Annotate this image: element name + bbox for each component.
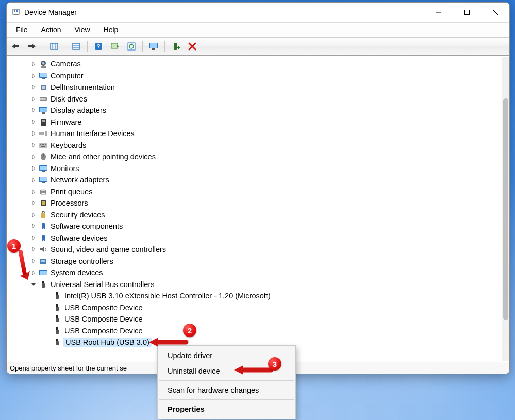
svg-rect-99: [42, 281, 44, 283]
svg-marker-35: [32, 74, 35, 78]
chevron-right-icon[interactable]: [30, 83, 37, 91]
svg-marker-42: [32, 97, 35, 101]
tree-item-label: Disk drives: [49, 94, 89, 104]
printer-icon: [38, 187, 48, 197]
toolbar-add-device[interactable]: [169, 40, 182, 53]
toolbar-back[interactable]: [9, 40, 22, 53]
tree-category[interactable]: Universal Serial Bus controllers: [12, 279, 500, 291]
svg-rect-62: [41, 146, 45, 147]
tree-category[interactable]: Software components: [12, 221, 500, 232]
tree-category[interactable]: Disk drives: [12, 93, 500, 105]
scrollbar-thumb[interactable]: [503, 98, 508, 320]
vertical-scrollbar[interactable]: [502, 57, 509, 361]
tree-device[interactable]: Intel(R) USB 3.10 eXtensible Host Contro…: [12, 290, 500, 302]
chevron-right-icon[interactable]: [30, 107, 37, 114]
tree-category[interactable]: Network adapters: [12, 174, 500, 186]
tree-device[interactable]: USB Composite Device: [12, 313, 500, 325]
chevron-right-icon[interactable]: [30, 199, 37, 207]
camera-icon: [38, 59, 48, 69]
toolbar-scan[interactable]: [108, 40, 122, 53]
tree-category[interactable]: Keyboards: [12, 140, 500, 152]
context-menu-item[interactable]: Properties: [158, 401, 295, 417]
titlebar[interactable]: Device Manager: [7, 3, 509, 23]
svg-rect-37: [40, 73, 47, 77]
tree-item-label: Display adapters: [49, 106, 108, 115]
toolbar-help[interactable]: ?: [92, 40, 105, 53]
tree-device[interactable]: USB Composite Device: [12, 325, 500, 337]
tree-category[interactable]: DellInstrumentation: [12, 81, 500, 93]
svg-marker-9: [28, 44, 36, 49]
tree-category[interactable]: Processors: [12, 197, 500, 209]
audio-icon: [38, 244, 48, 255]
chevron-right-icon[interactable]: [30, 246, 37, 253]
chevron-right-icon[interactable]: [30, 223, 37, 230]
minimize-button[interactable]: [424, 3, 453, 22]
toolbar-forward[interactable]: [25, 40, 39, 53]
tree-category[interactable]: Storage controllers: [12, 256, 500, 267]
chevron-right-icon[interactable]: [30, 130, 37, 137]
chevron-right-icon[interactable]: [30, 269, 37, 276]
svg-marker-50: [32, 120, 35, 124]
tree-category[interactable]: Firmware: [12, 116, 500, 128]
toolbar-monitor[interactable]: [147, 40, 160, 53]
chevron-right-icon[interactable]: [30, 165, 37, 172]
chevron-right-icon[interactable]: [30, 234, 37, 242]
svg-rect-38: [42, 78, 45, 79]
chevron-right-icon[interactable]: [30, 142, 37, 149]
tree-category[interactable]: Security devices: [12, 209, 500, 221]
menu-action[interactable]: Action: [35, 24, 68, 36]
chevron-right-icon[interactable]: [30, 95, 37, 103]
tree-category[interactable]: Display adapters: [12, 105, 500, 116]
svg-rect-100: [42, 283, 45, 288]
tree-category[interactable]: Mice and other pointing devices: [12, 151, 500, 163]
close-button[interactable]: [481, 3, 509, 22]
toolbar-properties[interactable]: [70, 40, 83, 53]
software-icon: [38, 221, 48, 231]
svg-rect-69: [42, 171, 45, 172]
svg-rect-77: [41, 193, 45, 195]
tree-item-label: Print queues: [49, 187, 94, 196]
device-tree[interactable]: CamerasComputerDellInstrumentationDisk d…: [12, 58, 500, 360]
menu-view[interactable]: View: [68, 24, 96, 36]
chevron-right-icon[interactable]: [30, 258, 37, 265]
svg-rect-2: [14, 10, 15, 12]
tree-category[interactable]: Sound, video and game controllers: [12, 244, 500, 256]
tree-device[interactable]: USB Composite Device: [12, 302, 500, 314]
toolbar-show-hidden[interactable]: [47, 40, 61, 53]
svg-marker-46: [32, 108, 35, 112]
chevron-right-icon[interactable]: [30, 72, 37, 79]
tree-item-label: Monitors: [49, 164, 81, 173]
tree-category[interactable]: Software devices: [12, 232, 500, 244]
svg-rect-5: [464, 10, 469, 15]
menu-file[interactable]: File: [10, 24, 34, 36]
svg-marker-70: [32, 178, 35, 182]
tree-category[interactable]: Human Interface Devices: [12, 128, 500, 140]
chevron-right-icon[interactable]: [30, 176, 37, 183]
chevron-right-icon[interactable]: [30, 153, 37, 160]
usb-icon: [38, 279, 48, 290]
menu-help[interactable]: Help: [97, 24, 125, 36]
context-menu: Update driverUninstall deviceScan for ha…: [157, 345, 296, 419]
display-icon: [38, 105, 48, 115]
svg-rect-28: [178, 46, 179, 49]
tree-category[interactable]: Cameras: [12, 58, 500, 70]
toolbar-remove[interactable]: [186, 40, 199, 53]
chevron-right-icon[interactable]: [30, 188, 37, 195]
usb-icon: [52, 303, 62, 313]
tree-category[interactable]: Monitors: [12, 163, 500, 175]
chip-icon: [38, 82, 48, 92]
tree-category[interactable]: System devices: [12, 267, 500, 279]
svg-marker-81: [32, 213, 35, 217]
maximize-button[interactable]: [453, 3, 481, 22]
tree-category[interactable]: Computer: [12, 70, 500, 82]
chevron-down-icon[interactable]: [30, 281, 37, 288]
context-menu-item[interactable]: Scan for hardware changes: [158, 382, 295, 398]
chevron-right-icon[interactable]: [30, 211, 37, 219]
tree-category[interactable]: Print queues: [12, 186, 500, 198]
chevron-right-icon[interactable]: [30, 60, 37, 68]
toolbar-update[interactable]: [125, 40, 138, 53]
chevron-right-icon[interactable]: [30, 119, 37, 126]
tree-item-label: Software components: [49, 222, 124, 231]
tree-item-label: Sound, video and game controllers: [49, 245, 168, 254]
svg-marker-89: [32, 247, 35, 251]
